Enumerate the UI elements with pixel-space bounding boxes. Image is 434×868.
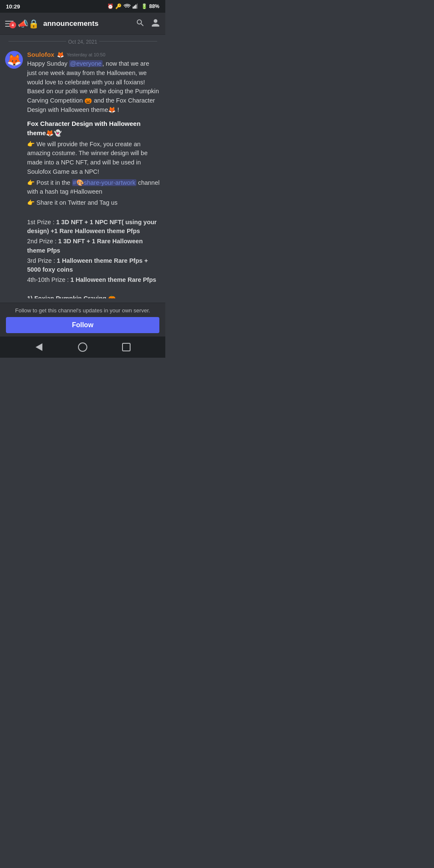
recent-icon	[122, 343, 131, 351]
section2-heading: 1) Foxian Pumpkin Craving 🎃	[27, 294, 160, 299]
message-content: Happy Sunday @everyone, now that we are …	[27, 59, 160, 298]
avatar: 🦊	[5, 51, 23, 69]
message-body: Soulofox 🦊 Yesterday at 10:50 Happy Sund…	[27, 51, 160, 298]
battery-text: 88%	[149, 3, 159, 9]
bullet-item-3: 👉 Share it on Twitter and Tag us	[27, 198, 160, 208]
status-time: 10:29	[6, 3, 20, 10]
prize-3: 3rd Prize : 1 Halloween theme Rare Pfps …	[27, 256, 160, 275]
prize-2: 2nd Prize : 1 3D NFT + 1 Rare Halloween …	[27, 237, 160, 256]
signal-icon	[133, 3, 139, 10]
notification-badge: 4	[9, 22, 16, 28]
alarm-icon: ⏰	[107, 3, 114, 9]
wifi-icon	[123, 3, 131, 10]
recent-button[interactable]	[120, 341, 133, 353]
home-button[interactable]	[76, 341, 89, 353]
svg-rect-1	[134, 6, 135, 8]
back-button[interactable]	[33, 341, 45, 353]
svg-rect-0	[133, 6, 134, 8]
prize-4: 4th-10th Prize : 1 Halloween theme Rare …	[27, 275, 160, 285]
home-icon	[78, 342, 87, 352]
section-heading: Fox Character Design with Halloween them…	[27, 119, 160, 138]
channel-title: announcements	[43, 19, 131, 28]
battery-icon: 🔋	[141, 3, 147, 9]
top-bar-actions	[136, 18, 160, 29]
svg-rect-3	[137, 3, 138, 8]
username: Soulofox	[27, 51, 54, 58]
search-icon[interactable]	[136, 18, 145, 29]
message-header: Soulofox 🦊 Yesterday at 10:50	[27, 51, 160, 58]
avatar-image: 🦊	[7, 53, 22, 67]
user-icon: 🦊	[57, 51, 64, 58]
channel-link-1[interactable]: #🎨share-your-artwork	[72, 179, 136, 186]
back-icon	[36, 343, 42, 351]
channel-icon: 📣🔒	[18, 19, 39, 29]
status-icons: ⏰ 🔑 🔋 88%	[107, 3, 159, 10]
timestamp: Yesterday at 10:50	[67, 52, 105, 57]
date-separator: Oct 24, 2021	[0, 35, 165, 47]
nav-bar	[0, 337, 165, 358]
key-icon: 🔑	[115, 3, 122, 9]
hamburger-area[interactable]: 4	[5, 21, 14, 27]
bullet-item-2: 👉 Post it in the #🎨share-your-artwork ch…	[27, 178, 160, 197]
message-container: 🦊 Soulofox 🦊 Yesterday at 10:50 Happy Su…	[0, 47, 165, 298]
top-bar: 4 📣🔒 announcements	[0, 13, 165, 35]
follow-text: Follow to get this channel's updates in …	[6, 307, 159, 314]
prize-1: 1st Prize : 1 3D NFT + 1 NPC NFT( using …	[27, 218, 160, 236]
follow-button[interactable]: Follow	[6, 317, 159, 333]
mention-everyone: @everyone	[69, 60, 102, 67]
message-text-intro: Happy Sunday @everyone, now that we are …	[27, 60, 159, 113]
message-area: Oct 24, 2021 🦊 Soulofox 🦊 Yesterday at 1…	[0, 35, 165, 298]
profile-icon[interactable]	[151, 18, 160, 29]
bullet-item-1: 👉 We will provide the Fox, you create an…	[27, 140, 160, 177]
svg-rect-2	[135, 4, 136, 8]
follow-bar: Follow to get this channel's updates in …	[0, 303, 165, 337]
status-bar: 10:29 ⏰ 🔑 🔋 88%	[0, 0, 165, 13]
